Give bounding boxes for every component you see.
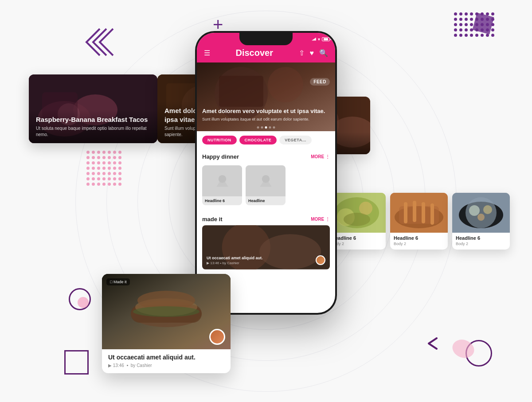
square-decoration-left [64, 350, 89, 375]
food-title-2: Headline 6 [394, 235, 444, 241]
pill-nutrition[interactable]: NUTRITION [202, 136, 237, 144]
phone-avatar [316, 255, 325, 265]
share-icon[interactable]: ⇧ [299, 49, 305, 57]
food-body-3: Body 2 [456, 242, 506, 246]
made-it-float-title: Ut occaecati amet aliquid aut. [108, 354, 224, 361]
battery-icon [322, 37, 330, 41]
svg-rect-17 [219, 76, 263, 107]
user-avatar [209, 329, 225, 345]
svg-point-27 [359, 202, 372, 215]
food-body-1: Body 2 [332, 242, 382, 246]
made-it-float-image: □ Made it ▶ [102, 274, 231, 349]
section-title-happy-dinner: Happy dinner [202, 153, 239, 160]
card-raspberry-title: Raspberry-Banana Breakfast Tacos [36, 115, 150, 124]
made-it-float-meta: ▶ 13:46 by Cashier [108, 363, 224, 368]
section-header-made-it: made it MORE ⋮ [197, 212, 335, 225]
recipe-card-1[interactable]: Headline 6 [202, 165, 242, 205]
food-title-1: Headline 6 [332, 235, 382, 241]
phone-made-it-title: Ut occaecati amet aliquid aut. [207, 256, 263, 260]
svg-point-39 [469, 205, 480, 216]
pill-chocolate[interactable]: CHOCOLATE [239, 136, 277, 144]
arrow-left-icon [423, 335, 441, 352]
made-it-duration: ▶ 13:46 [108, 363, 124, 368]
food-body-2: Body 2 [394, 242, 444, 246]
svg-point-23 [259, 234, 321, 269]
card-raspberry-content: Raspberry-Banana Breakfast Tacos Ut solu… [29, 110, 157, 144]
circle-decoration-left [69, 288, 91, 310]
hero-text: Amet dolorem vero voluptate et ut ipsa v… [202, 108, 330, 122]
wifi-icon: ▾ [318, 37, 320, 42]
heart-icon[interactable]: ♥ [310, 49, 314, 57]
svg-point-40 [483, 205, 492, 214]
recipe-title-1: Headline 6 [205, 199, 239, 203]
made-it-float-badge: □ Made it [106, 278, 130, 285]
section-title-made-it: made it [202, 216, 223, 222]
hero-title: Amet dolorem vero voluptate et ut ipsa v… [202, 108, 330, 115]
phone-made-it-card: Ut occaecati amet aliquid aut. ▶ 13:46 •… [202, 225, 330, 269]
pill-vegeta[interactable]: VEGETA... [279, 136, 311, 144]
made-it-author: by Cashier [131, 363, 152, 368]
signal-icon [312, 38, 316, 41]
category-pills: NUTRITION CHOCOLATE VEGETA... [197, 131, 335, 148]
recipe-cards-row: Headline 6 Headline [197, 163, 335, 210]
card-raspberry-body: Ut soluta neque baque impedit optio labo… [36, 125, 150, 138]
app-header: ☰ Discover ⇧ ♥ 🔍 [197, 45, 335, 62]
svg-rect-0 [473, 13, 494, 35]
menu-icon[interactable]: ☰ [204, 49, 210, 57]
plus-decoration: + [213, 16, 223, 33]
purple-dot-matrix [454, 12, 494, 37]
section-header-happy-dinner: Happy dinner MORE ⋮ [197, 150, 335, 163]
hero-body: Sunt illum voluptates itaque et aut odit… [202, 117, 330, 122]
circle-decoration-right [466, 340, 492, 367]
hero-banner: FEED Amet dolorem vero voluptate et ut i… [197, 62, 335, 131]
food-title-3: Headline 6 [456, 235, 506, 241]
search-icon[interactable]: 🔍 [319, 49, 328, 57]
card-raspberry-banana: Raspberry-Banana Breakfast Tacos Ut solu… [29, 74, 157, 143]
feed-badge: FEED [310, 78, 330, 86]
made-it-float-card: □ Made it ▶ Ut occaecati amet aliquid au… [102, 274, 231, 373]
svg-point-48 [133, 306, 200, 317]
food-card-ribs[interactable]: Headline 6 Body 2 [390, 193, 448, 250]
svg-point-18 [268, 67, 303, 102]
chevron-left-icon [82, 24, 122, 60]
recipe-card-2[interactable]: Headline [246, 165, 286, 205]
recipe-title-2: Headline [248, 199, 283, 203]
meta-separator [127, 365, 128, 366]
phone-mockup: ▾ ☰ Discover ⇧ ♥ 🔍 [195, 31, 337, 315]
made-it-float-info: Ut occaecati amet aliquid aut. ▶ 13:46 b… [102, 349, 231, 373]
phone-notch [239, 33, 293, 45]
section-more-happy-dinner[interactable]: MORE ⋮ [311, 154, 330, 159]
hero-dots [257, 126, 275, 129]
svg-point-28 [344, 213, 370, 226]
svg-point-41 [477, 214, 485, 221]
section-more-made-it[interactable]: MORE ⋮ [311, 217, 330, 222]
app-title: Discover [236, 48, 274, 58]
food-card-bowl[interactable]: Headline 6 Body 2 [452, 193, 510, 250]
food-cards-row: Headline 6 Body 2 Headline 6 Body 2 [328, 193, 510, 250]
